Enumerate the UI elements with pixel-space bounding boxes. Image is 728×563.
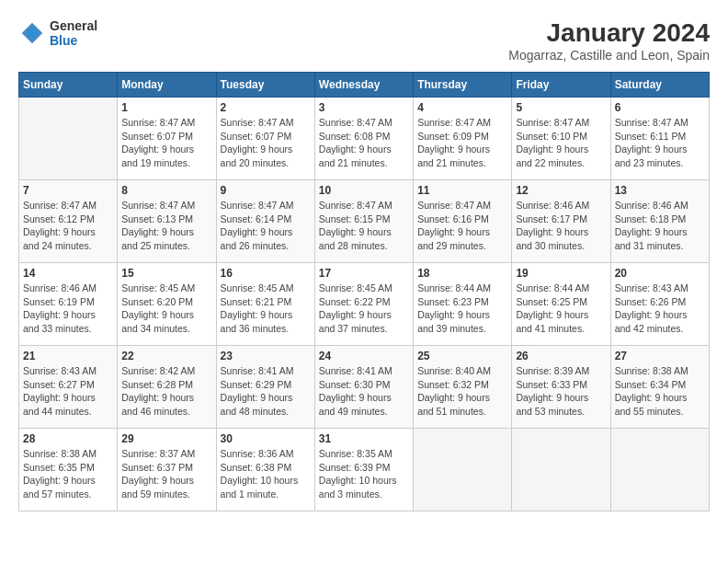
calendar-cell: 9Sunrise: 8:47 AMSunset: 6:14 PMDaylight… bbox=[216, 180, 314, 263]
day-info: Sunrise: 8:40 AMSunset: 6:32 PMDaylight:… bbox=[417, 364, 507, 419]
day-number: 10 bbox=[319, 184, 409, 197]
calendar-cell: 26Sunrise: 8:39 AMSunset: 6:33 PMDayligh… bbox=[512, 346, 610, 429]
day-number: 16 bbox=[221, 267, 311, 280]
day-number: 11 bbox=[417, 184, 507, 197]
day-number: 24 bbox=[319, 350, 409, 362]
day-of-week-header: Tuesday bbox=[216, 73, 314, 98]
calendar-cell: 30Sunrise: 8:36 AMSunset: 6:38 PMDayligh… bbox=[216, 429, 314, 511]
day-number: 23 bbox=[221, 350, 311, 362]
calendar-cell bbox=[414, 429, 512, 511]
day-number: 13 bbox=[615, 184, 705, 197]
day-number: 27 bbox=[615, 350, 705, 362]
calendar-cell: 18Sunrise: 8:44 AMSunset: 6:23 PMDayligh… bbox=[414, 263, 512, 346]
calendar-cell: 14Sunrise: 8:46 AMSunset: 6:19 PMDayligh… bbox=[19, 263, 118, 346]
calendar-header: SundayMondayTuesdayWednesdayThursdayFrid… bbox=[19, 73, 710, 98]
calendar-cell: 2Sunrise: 8:47 AMSunset: 6:07 PMDaylight… bbox=[216, 98, 314, 180]
calendar-cell: 5Sunrise: 8:47 AMSunset: 6:10 PMDaylight… bbox=[512, 98, 610, 180]
calendar-cell: 29Sunrise: 8:37 AMSunset: 6:37 PMDayligh… bbox=[118, 429, 216, 511]
day-info: Sunrise: 8:47 AMSunset: 6:13 PMDaylight:… bbox=[121, 199, 211, 253]
day-number: 14 bbox=[23, 267, 113, 280]
calendar-cell: 17Sunrise: 8:45 AMSunset: 6:22 PMDayligh… bbox=[314, 263, 413, 346]
day-info: Sunrise: 8:46 AMSunset: 6:18 PMDaylight:… bbox=[615, 199, 705, 253]
logo: General Blue bbox=[18, 18, 97, 48]
calendar-cell: 6Sunrise: 8:47 AMSunset: 6:11 PMDaylight… bbox=[610, 98, 709, 180]
day-info: Sunrise: 8:47 AMSunset: 6:16 PMDaylight:… bbox=[417, 199, 507, 253]
calendar-subtitle: Mogarraz, Castille and Leon, Spain bbox=[508, 48, 710, 63]
calendar-week-row: 14Sunrise: 8:46 AMSunset: 6:19 PMDayligh… bbox=[19, 263, 710, 346]
calendar-cell: 31Sunrise: 8:35 AMSunset: 6:39 PMDayligh… bbox=[314, 429, 413, 511]
logo-blue: Blue bbox=[50, 33, 97, 48]
calendar-cell: 20Sunrise: 8:43 AMSunset: 6:26 PMDayligh… bbox=[610, 263, 709, 346]
calendar-cell: 13Sunrise: 8:46 AMSunset: 6:18 PMDayligh… bbox=[610, 180, 709, 263]
calendar-cell: 23Sunrise: 8:41 AMSunset: 6:29 PMDayligh… bbox=[216, 346, 314, 429]
calendar-cell: 22Sunrise: 8:42 AMSunset: 6:28 PMDayligh… bbox=[118, 346, 216, 429]
day-info: Sunrise: 8:47 AMSunset: 6:07 PMDaylight:… bbox=[221, 116, 311, 170]
day-number: 29 bbox=[121, 432, 211, 445]
calendar-cell: 8Sunrise: 8:47 AMSunset: 6:13 PMDaylight… bbox=[118, 180, 216, 263]
day-of-week-header: Saturday bbox=[610, 73, 709, 98]
day-info: Sunrise: 8:47 AMSunset: 6:09 PMDaylight:… bbox=[417, 116, 507, 170]
day-info: Sunrise: 8:47 AMSunset: 6:14 PMDaylight:… bbox=[221, 199, 311, 253]
calendar-week-row: 21Sunrise: 8:43 AMSunset: 6:27 PMDayligh… bbox=[19, 346, 710, 429]
day-info: Sunrise: 8:45 AMSunset: 6:21 PMDaylight:… bbox=[221, 282, 311, 336]
day-number: 4 bbox=[417, 101, 507, 114]
logo-general: General bbox=[50, 18, 97, 33]
calendar-cell: 7Sunrise: 8:47 AMSunset: 6:12 PMDaylight… bbox=[19, 180, 118, 263]
day-number: 3 bbox=[319, 101, 409, 114]
day-of-week-header: Monday bbox=[118, 73, 216, 98]
day-number: 15 bbox=[121, 267, 211, 280]
logo-icon bbox=[18, 19, 46, 47]
day-info: Sunrise: 8:47 AMSunset: 6:08 PMDaylight:… bbox=[319, 116, 409, 170]
day-info: Sunrise: 8:37 AMSunset: 6:37 PMDaylight:… bbox=[121, 447, 211, 501]
day-info: Sunrise: 8:44 AMSunset: 6:25 PMDaylight:… bbox=[516, 282, 606, 336]
day-info: Sunrise: 8:38 AMSunset: 6:34 PMDaylight:… bbox=[615, 364, 705, 419]
day-info: Sunrise: 8:43 AMSunset: 6:27 PMDaylight:… bbox=[23, 364, 113, 419]
day-info: Sunrise: 8:47 AMSunset: 6:15 PMDaylight:… bbox=[319, 199, 409, 253]
calendar-cell bbox=[19, 98, 118, 180]
calendar-title: January 2024 bbox=[508, 18, 710, 48]
calendar-cell: 12Sunrise: 8:46 AMSunset: 6:17 PMDayligh… bbox=[512, 180, 610, 263]
day-info: Sunrise: 8:42 AMSunset: 6:28 PMDaylight:… bbox=[121, 364, 211, 419]
day-number: 28 bbox=[23, 432, 113, 445]
page-header: General Blue January 2024 Mogarraz, Cast… bbox=[18, 18, 710, 63]
calendar-cell bbox=[610, 429, 709, 511]
day-of-week-header: Sunday bbox=[19, 73, 118, 98]
day-info: Sunrise: 8:38 AMSunset: 6:35 PMDaylight:… bbox=[23, 447, 113, 501]
day-number: 31 bbox=[319, 432, 409, 445]
day-info: Sunrise: 8:41 AMSunset: 6:29 PMDaylight:… bbox=[221, 364, 311, 419]
calendar-week-row: 28Sunrise: 8:38 AMSunset: 6:35 PMDayligh… bbox=[19, 429, 710, 511]
day-number: 7 bbox=[23, 184, 113, 197]
day-info: Sunrise: 8:45 AMSunset: 6:20 PMDaylight:… bbox=[121, 282, 211, 336]
day-number: 20 bbox=[615, 267, 705, 280]
calendar-cell: 10Sunrise: 8:47 AMSunset: 6:15 PMDayligh… bbox=[314, 180, 413, 263]
calendar-cell: 21Sunrise: 8:43 AMSunset: 6:27 PMDayligh… bbox=[19, 346, 118, 429]
day-info: Sunrise: 8:46 AMSunset: 6:19 PMDaylight:… bbox=[23, 282, 113, 336]
day-number: 22 bbox=[121, 350, 211, 362]
day-number: 1 bbox=[121, 101, 211, 114]
day-number: 26 bbox=[516, 350, 606, 362]
day-info: Sunrise: 8:36 AMSunset: 6:38 PMDaylight:… bbox=[221, 447, 311, 501]
day-info: Sunrise: 8:46 AMSunset: 6:17 PMDaylight:… bbox=[516, 199, 606, 253]
day-of-week-header: Friday bbox=[512, 73, 610, 98]
day-number: 12 bbox=[516, 184, 606, 197]
day-number: 30 bbox=[221, 432, 311, 445]
calendar-week-row: 1Sunrise: 8:47 AMSunset: 6:07 PMDaylight… bbox=[19, 98, 710, 180]
calendar-cell: 19Sunrise: 8:44 AMSunset: 6:25 PMDayligh… bbox=[512, 263, 610, 346]
calendar-week-row: 7Sunrise: 8:47 AMSunset: 6:12 PMDaylight… bbox=[19, 180, 710, 263]
day-info: Sunrise: 8:35 AMSunset: 6:39 PMDaylight:… bbox=[319, 447, 409, 501]
days-of-week-row: SundayMondayTuesdayWednesdayThursdayFrid… bbox=[19, 73, 710, 98]
title-block: January 2024 Mogarraz, Castille and Leon… bbox=[508, 18, 710, 63]
day-number: 9 bbox=[221, 184, 311, 197]
day-number: 19 bbox=[516, 267, 606, 280]
day-of-week-header: Thursday bbox=[414, 73, 512, 98]
calendar-cell: 1Sunrise: 8:47 AMSunset: 6:07 PMDaylight… bbox=[118, 98, 216, 180]
day-number: 2 bbox=[221, 101, 311, 114]
day-of-week-header: Wednesday bbox=[314, 73, 413, 98]
day-info: Sunrise: 8:47 AMSunset: 6:07 PMDaylight:… bbox=[121, 116, 211, 170]
day-number: 5 bbox=[516, 101, 606, 114]
day-info: Sunrise: 8:47 AMSunset: 6:10 PMDaylight:… bbox=[516, 116, 606, 170]
calendar-cell: 16Sunrise: 8:45 AMSunset: 6:21 PMDayligh… bbox=[216, 263, 314, 346]
day-number: 18 bbox=[417, 267, 507, 280]
calendar-cell: 11Sunrise: 8:47 AMSunset: 6:16 PMDayligh… bbox=[414, 180, 512, 263]
day-info: Sunrise: 8:44 AMSunset: 6:23 PMDaylight:… bbox=[417, 282, 507, 336]
